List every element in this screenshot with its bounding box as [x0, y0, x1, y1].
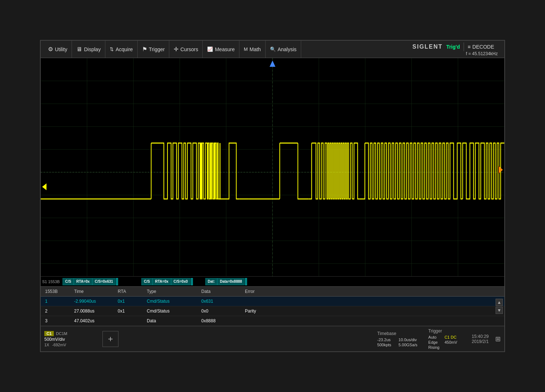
decode-seg-cw1: C/S=0x631	[92, 278, 116, 285]
brand-section: SIGLENT Trig'd ≡ DECODE f = 45.51234kHz	[409, 42, 501, 56]
row2-time: 27.0088us	[73, 308, 116, 314]
menu-label-acquire: Acquire	[116, 46, 133, 52]
measure-icon: 📈	[207, 46, 213, 52]
decode-end-3	[245, 278, 247, 285]
decode-icon: ≡	[468, 44, 471, 50]
analysis-icon: 🔍	[270, 46, 276, 52]
math-icon: Μ	[244, 46, 248, 52]
tb-points: 500kpts	[377, 343, 391, 347]
menu-item-utility[interactable]: ⚙ Utility	[44, 41, 72, 58]
scroll-buttons: ▲ ▼	[496, 287, 503, 326]
decode-end-1	[116, 278, 118, 285]
decode-channel-label: S1 1553B	[42, 279, 60, 284]
menu-label-analysis: Analysis	[278, 46, 296, 52]
date-value: 2019/2/1	[472, 339, 489, 344]
table-row[interactable]: 1 -2.99040us 0x1 Cmd/Status 0x631	[41, 297, 504, 306]
data-table-area: 1553B Time RTA Type Data Error 1 -2.9904…	[41, 286, 504, 326]
decode-seg-dat1: Dat:	[205, 278, 217, 285]
trigger-type: Edge	[428, 340, 440, 344]
decode-packet-3: Dat: Data=0x8888	[205, 278, 247, 285]
freq-display: f = 45.51234kHz	[466, 51, 498, 56]
menu-item-cursors[interactable]: ✛ Cursors	[169, 41, 203, 58]
trigger-icon: ⚑	[142, 46, 147, 53]
decode-seg-rta1: RTA=0x	[74, 278, 92, 285]
menu-label-display: Display	[84, 46, 101, 52]
row2-data: 0x0	[200, 308, 243, 314]
row3-time: 47.0402us	[73, 318, 116, 324]
menu-label-measure: Measure	[215, 46, 234, 52]
menu-item-analysis[interactable]: 🔍 Analysis	[266, 41, 301, 58]
col-header-time: Time	[73, 288, 116, 295]
timebase-label: Timebase	[377, 331, 417, 336]
tb-offset: -23.2us	[377, 338, 391, 342]
crosshair-display	[102, 331, 118, 347]
menu-bar: ⚙ Utility 🖥 Display ⇅ Acquire ⚑ Trigger …	[41, 41, 504, 58]
menu-label-utility: Utility	[55, 46, 67, 52]
menu-item-trigger[interactable]: ⚑ Trigger	[138, 41, 170, 58]
row3-error	[243, 320, 501, 322]
acquire-icon: ⇅	[110, 46, 114, 52]
trigger-label: Trigger	[428, 328, 457, 334]
cursors-icon: ✛	[174, 46, 178, 53]
menu-label-math: Math	[250, 46, 261, 52]
decode-button[interactable]: ≡ DECODE	[464, 42, 498, 51]
trigger-level: 450mV	[444, 340, 457, 344]
menu-item-acquire[interactable]: ⇅ Acquire	[105, 41, 137, 58]
ch1-vdiv: 500mV/div	[44, 337, 95, 342]
row3-id: 3	[44, 318, 73, 324]
scroll-down-button[interactable]: ▼	[496, 307, 503, 314]
col-header-id: 1553B	[44, 288, 73, 295]
waveform-svg	[41, 58, 504, 286]
status-bar: C1 DC1M 500mV/div 1X -692mV Timebase -23…	[41, 326, 504, 351]
decode-seg-cw2: C/S=0x0	[171, 278, 190, 285]
table-row[interactable]: 2 27.0088us 0x1 Cmd/Status 0x0 Parity	[41, 306, 504, 316]
tb-rate: 5.00GSa/s	[399, 343, 417, 347]
row2-rta: 0x1	[116, 308, 145, 314]
row3-rta	[116, 320, 145, 322]
row1-time: -2.99040us	[73, 298, 116, 305]
trigger-slope: Rising	[428, 345, 440, 350]
display-icon: 🖥	[76, 46, 82, 53]
menu-item-math[interactable]: Μ Math	[239, 41, 266, 58]
row3-type: Data	[145, 318, 200, 324]
waveform-area: S1 1553B C/S RTA=0x C/S=0x631 C/S RTA=0x…	[41, 58, 504, 286]
menu-item-measure[interactable]: 📈 Measure	[203, 41, 239, 58]
decode-seg-rta2: RTA=0x	[153, 278, 171, 285]
connect-icon: ⊞	[495, 335, 501, 343]
decode-packet-1: C/S RTA=0x C/S=0x631	[62, 278, 118, 285]
col-header-data: Data	[200, 288, 243, 295]
row1-type: Cmd/Status	[145, 298, 200, 305]
decode-packet-2: C/S RTA=0x C/S=0x0	[141, 278, 193, 285]
col-header-type: Type	[145, 288, 200, 295]
scroll-up-button[interactable]: ▲	[496, 299, 503, 306]
menu-label-trigger: Trigger	[149, 46, 165, 52]
menu-label-cursors: Cursors	[180, 46, 198, 52]
row1-data: 0x631	[200, 298, 243, 305]
decode-seg-dat2: Data=0x8888	[217, 278, 245, 285]
row2-error: Parity	[243, 308, 501, 314]
row1-error	[243, 301, 501, 302]
ch1-badge: C1	[44, 331, 54, 336]
menu-item-display[interactable]: 🖥 Display	[72, 41, 105, 58]
row1-rta: 0x1	[116, 298, 145, 305]
row2-type: Cmd/Status	[145, 308, 200, 314]
trigger-mode: Auto	[428, 335, 440, 339]
table-row[interactable]: 3 47.0402us Data 0x8888	[41, 316, 504, 326]
time-value: 15:40:29	[472, 334, 489, 339]
trigger-level-label: C1 DC	[444, 335, 457, 339]
trig-status: Trig'd	[446, 44, 460, 50]
ch1-coupling: DC1M	[56, 331, 67, 336]
decode-end-2	[191, 278, 193, 285]
row3-data: 0x8888	[200, 318, 243, 324]
ch1-info: C1 DC1M 500mV/div 1X -692mV	[44, 331, 95, 347]
decode-bar: S1 1553B C/S RTA=0x C/S=0x631 C/S RTA=0x…	[41, 276, 504, 286]
ch1-probe: 1X	[44, 343, 49, 347]
col-header-error: Error	[243, 288, 501, 295]
ch1-offset: -692mV	[52, 343, 66, 347]
decode-seg-cs2: C/S	[141, 278, 153, 285]
timestamp: 15:40:29 2019/2/1	[472, 334, 489, 344]
row1-id: 1	[44, 298, 73, 305]
decode-seg-cs1: C/S	[62, 278, 74, 285]
row2-id: 2	[44, 308, 73, 314]
decode-label: DECODE	[472, 44, 494, 50]
